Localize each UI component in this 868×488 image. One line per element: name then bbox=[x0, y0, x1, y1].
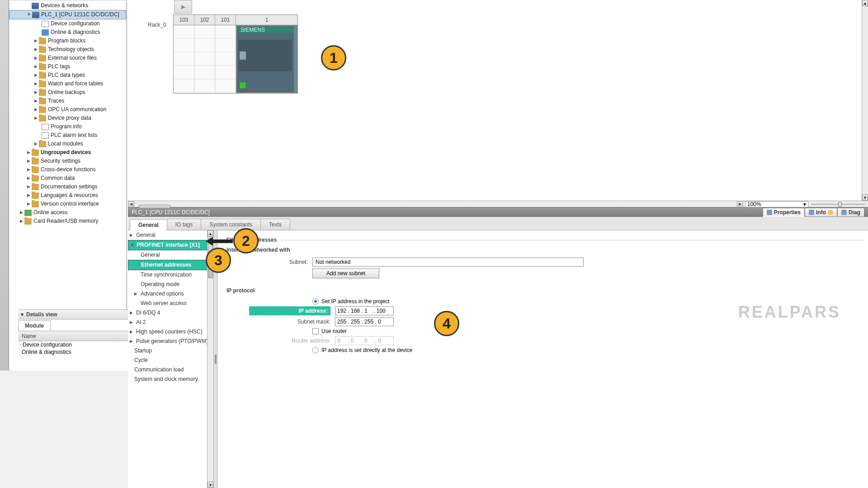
checkbox-use-router[interactable] bbox=[312, 328, 319, 334]
tree-item-watch-force[interactable]: ▶Watch and force tables bbox=[9, 80, 126, 88]
list-item[interactable]: Online & diagnostics bbox=[18, 348, 136, 356]
tree-item-opcua[interactable]: ▶OPC UA communication bbox=[9, 105, 126, 114]
slot-label: 101 bbox=[215, 15, 236, 25]
tab-diagnostics[interactable]: Diag bbox=[837, 208, 864, 217]
proptree-profinet[interactable]: ▼PROFINET interface [X1] bbox=[128, 240, 213, 250]
list-item-label: Online & diagnostics bbox=[22, 349, 71, 355]
tree-item-card-reader[interactable]: ▶Card Reader/USB memory bbox=[9, 217, 126, 225]
scroll-right-button[interactable]: ▶ bbox=[737, 201, 743, 207]
tree-item-label: Cross-device functions bbox=[41, 166, 95, 174]
proptree-pto[interactable]: ▶Pulse generators (PTO/PWM) bbox=[128, 337, 213, 346]
tree-item-security[interactable]: ▶Security settings bbox=[9, 157, 126, 165]
ethernet-port-icon[interactable] bbox=[240, 82, 246, 89]
details-column-name[interactable]: Name bbox=[18, 331, 136, 341]
tree-item-label: Program info bbox=[51, 123, 82, 131]
proptree-operating-mode[interactable]: Operating mode bbox=[128, 280, 213, 289]
proptree-label: Operating mode bbox=[141, 281, 179, 288]
subnet-mask-input[interactable] bbox=[335, 317, 394, 326]
add-new-subnet-button[interactable]: Add new subnet bbox=[312, 268, 379, 278]
tree-item-label: OPC UA communication bbox=[48, 106, 106, 113]
ip-address-input[interactable] bbox=[335, 306, 394, 315]
tree-item-local-modules[interactable]: ▶Local modules bbox=[9, 140, 126, 148]
rack-slot-empty[interactable] bbox=[194, 25, 215, 93]
proptree-ai2[interactable]: ▶AI 2 bbox=[128, 318, 213, 327]
tree-item-program-blocks[interactable]: ▶Program blocks bbox=[9, 37, 126, 45]
tree-item-common-data[interactable]: ▶Common data bbox=[9, 174, 126, 183]
proptree-sys-clock[interactable]: System and clock memory bbox=[128, 375, 213, 384]
tree-item-label: PLC_1 [CPU 1211C DC/DC/DC] bbox=[41, 11, 119, 19]
checkbox-label: Use router bbox=[321, 328, 347, 334]
rack-slot-empty[interactable] bbox=[215, 25, 236, 93]
proptree-startup[interactable]: Startup bbox=[128, 346, 213, 356]
tree-item-online-backups[interactable]: ▶Online backups bbox=[9, 88, 126, 97]
proptree-web-server[interactable]: Web server access bbox=[128, 299, 213, 308]
details-view-title: Details view bbox=[26, 311, 57, 318]
tab-general[interactable]: General bbox=[130, 219, 167, 230]
proptree-ethernet-addresses[interactable]: Ethernet addresses bbox=[128, 260, 213, 270]
radio-ip-direct[interactable] bbox=[312, 347, 319, 353]
list-item[interactable]: Device configuration bbox=[18, 341, 136, 348]
tab-properties[interactable]: Properties bbox=[763, 208, 805, 217]
tab-io-tags[interactable]: IO tags bbox=[167, 219, 202, 230]
proptree-label: Communication load bbox=[134, 366, 184, 374]
vertical-scrollbar[interactable]: ▲ ▼ bbox=[862, 0, 868, 201]
subnet-value[interactable]: Not networked bbox=[312, 258, 584, 267]
proptree-profinet-general[interactable]: General bbox=[128, 250, 213, 260]
property-navigation-tree[interactable]: ▶General ▼PROFINET interface [X1] Genera… bbox=[128, 230, 214, 488]
proptree-label: Startup bbox=[134, 347, 152, 355]
tree-item-plc1[interactable]: ▼PLC_1 [CPU 1211C DC/DC/DC] bbox=[9, 10, 126, 19]
tree-item-devices-networks[interactable]: Devices & networks bbox=[9, 1, 126, 10]
tree-item-online-access[interactable]: ▶Online access bbox=[9, 208, 126, 217]
play-button[interactable]: ▶ bbox=[174, 0, 192, 14]
left-collapsed-tab[interactable] bbox=[0, 0, 9, 371]
project-tree[interactable]: Devices & networks ▼PLC_1 [CPU 1211C DC/… bbox=[9, 0, 126, 307]
proptree-di6dq4[interactable]: ▶DI 6/DQ 4 bbox=[128, 308, 213, 318]
proptree-label: Pulse generators (PTO/PWM) bbox=[136, 338, 208, 345]
tree-item-ext-source[interactable]: ▶External source files bbox=[9, 54, 126, 62]
tree-item-device-proxy[interactable]: ▶Device proxy data bbox=[9, 114, 126, 122]
scroll-left-button[interactable]: ◀ bbox=[128, 201, 134, 207]
tree-item-plc-tags[interactable]: ▶PLC tags bbox=[9, 62, 126, 71]
tree-item-label: Technology objects bbox=[48, 46, 94, 53]
tree-item-label: Documentation settings bbox=[41, 183, 97, 191]
proptree-general[interactable]: ▶General bbox=[128, 230, 213, 240]
proptree-label: General bbox=[141, 251, 160, 259]
property-content: Ethernet addresses Interface networked w… bbox=[217, 230, 868, 488]
proptree-cycle[interactable]: Cycle bbox=[128, 356, 213, 365]
proptree-advanced-options[interactable]: ▶Advanced options bbox=[128, 289, 213, 299]
list-item-label: Device configuration bbox=[23, 342, 72, 348]
tree-item-cross-device[interactable]: ▶Cross-device functions bbox=[9, 165, 126, 174]
radio-set-ip-in-project[interactable] bbox=[312, 298, 319, 305]
proptree-label: Advanced options bbox=[141, 290, 184, 298]
tab-module[interactable]: Module bbox=[18, 320, 51, 331]
tree-item-plc-data-types[interactable]: ▶PLC data types bbox=[9, 71, 126, 80]
tree-item-ungrouped[interactable]: ▶Ungrouped devices bbox=[9, 148, 126, 157]
tree-item-device-config[interactable]: Device configuration bbox=[9, 19, 126, 28]
tree-item-online-diag[interactable]: Online & diagnostics bbox=[9, 28, 126, 37]
tree-item-version-control[interactable]: ▶Version control interface bbox=[9, 200, 126, 208]
zoom-slider[interactable] bbox=[811, 201, 865, 207]
tab-system-constants[interactable]: System constants bbox=[201, 219, 261, 230]
tree-item-tech-objects[interactable]: ▶Technology objects bbox=[9, 45, 126, 54]
rack-slot-empty[interactable] bbox=[174, 25, 194, 93]
watermark: REALPARS bbox=[738, 303, 841, 322]
zoom-select[interactable]: 100%▾ bbox=[745, 201, 808, 207]
properties-icon bbox=[767, 210, 772, 215]
tree-item-doc-settings[interactable]: ▶Documentation settings bbox=[9, 183, 126, 191]
details-view-header[interactable]: ▾ Details view bbox=[18, 310, 136, 319]
proptree-hsc[interactable]: ▶High speed counters (HSC) bbox=[128, 327, 213, 337]
plc-module[interactable]: SIEMENS bbox=[236, 25, 297, 93]
slot-header-row: 103 102 101 1 bbox=[173, 14, 298, 25]
tree-item-plc-alarm[interactable]: PLC alarm text lists bbox=[9, 131, 126, 140]
tree-item-label: Languages & resources bbox=[41, 192, 98, 199]
horizontal-scrollbar[interactable]: ◀ ▶ 100%▾ bbox=[128, 201, 868, 207]
rack-body[interactable]: SIEMENS bbox=[173, 25, 298, 94]
tree-item-program-info[interactable]: Program info bbox=[9, 122, 126, 131]
proptree-time-sync[interactable]: Time synchronization bbox=[128, 270, 213, 280]
tab-texts[interactable]: Texts bbox=[260, 219, 290, 230]
tab-info[interactable]: Info bbox=[805, 208, 837, 217]
proptree-comm-load[interactable]: Communication load bbox=[128, 365, 213, 375]
tree-item-traces[interactable]: ▶Traces bbox=[9, 97, 126, 105]
tree-item-lang-res[interactable]: ▶Languages & resources bbox=[9, 191, 126, 200]
tree-item-label: PLC data types bbox=[48, 71, 85, 79]
